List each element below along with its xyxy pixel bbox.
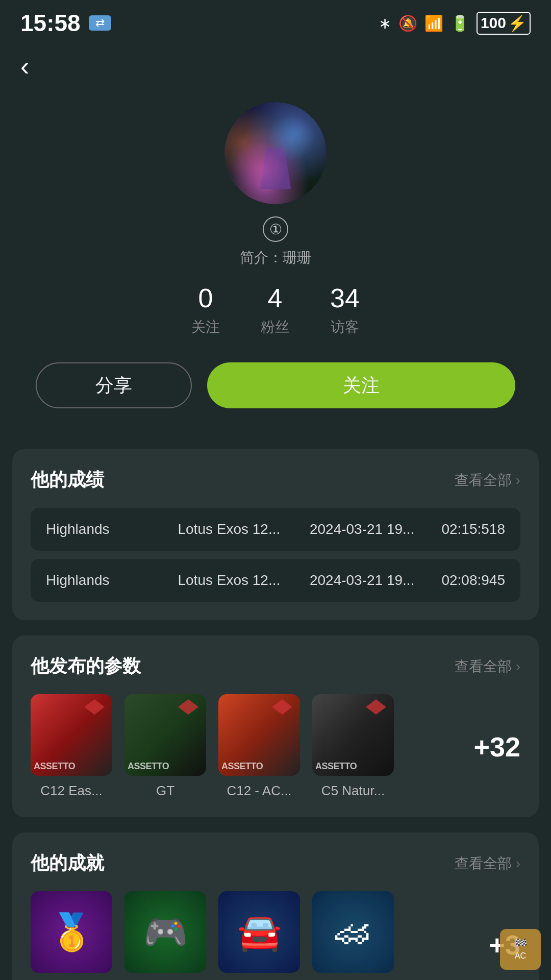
status-time: 15:58 <box>20 9 81 37</box>
list-item[interactable]: C5 Natur... <box>312 694 394 799</box>
badge-4: 🏎 <box>312 891 394 973</box>
badge-1: 🥇 <box>31 891 112 973</box>
params-view-all[interactable]: 查看全部 › <box>455 657 520 676</box>
achievements-view-all[interactable]: 查看全部 › <box>455 854 520 873</box>
back-button[interactable]: ‹ <box>0 41 49 92</box>
usb-icon: ⇄ <box>89 15 111 31</box>
param-thumb-1 <box>31 694 112 776</box>
performance-title: 他的成绩 <box>31 468 104 493</box>
params-header: 他发布的参数 查看全部 › <box>31 654 520 679</box>
table-row[interactable]: Highlands Lotus Exos 12... 2024-03-21 19… <box>31 559 520 602</box>
following-label: 关注 <box>191 317 220 337</box>
followers-stat[interactable]: 4 粉丝 <box>261 283 289 337</box>
followers-count: 4 <box>268 283 283 313</box>
time-2: 02:08:945 <box>441 572 505 589</box>
badge-2: 🎮 <box>124 891 206 973</box>
bio-text: 简介：珊珊 <box>240 248 311 267</box>
following-count: 0 <box>198 283 213 313</box>
performance-header: 他的成绩 查看全部 › <box>31 468 520 493</box>
param-thumb-4 <box>312 694 394 776</box>
time-1: 02:15:518 <box>441 521 505 537</box>
wifi-icon: 📶 <box>424 14 443 32</box>
list-item[interactable]: 🚘 新手上路 <box>218 891 300 980</box>
battery-level-icon: 🔋 <box>450 14 469 32</box>
visitors-label: 访客 <box>331 317 359 337</box>
track-2: Highlands <box>46 572 167 589</box>
params-title: 他发布的参数 <box>31 654 141 679</box>
following-stat[interactable]: 0 关注 <box>191 283 220 337</box>
date-2: 2024-03-21 19... <box>310 572 431 589</box>
param-label-1: C12 Eas... <box>40 783 102 799</box>
car-1: Lotus Exos 12... <box>178 521 299 537</box>
visitors-stat[interactable]: 34 访客 <box>330 283 360 337</box>
param-thumb-2 <box>124 694 206 776</box>
list-item[interactable]: GT <box>124 694 206 799</box>
badge-3: 🚘 <box>218 891 300 973</box>
stats-row: 0 关注 4 粉丝 34 访客 <box>20 283 531 337</box>
list-item[interactable]: 🏎 赛车新人 <box>312 891 394 980</box>
bluetooth-icon: ∗ <box>379 14 391 32</box>
achievements-title: 他的成就 <box>31 851 104 876</box>
param-thumb-3 <box>218 694 300 776</box>
mute-icon: 🔕 <box>398 14 417 32</box>
table-row[interactable]: Highlands Lotus Exos 12... 2024-03-21 19… <box>31 508 520 551</box>
profile-section: ① 简介：珊珊 0 关注 4 粉丝 34 访客 分享 关注 <box>0 92 551 449</box>
params-card: 他发布的参数 查看全部 › C12 Eas... GT C12 - AC... <box>12 635 539 817</box>
follow-button[interactable]: 关注 <box>207 362 515 408</box>
share-button[interactable]: 分享 <box>36 362 192 408</box>
car-2: Lotus Exos 12... <box>178 572 299 589</box>
list-item[interactable]: 🎮 欢迎来到... <box>124 891 206 980</box>
level-badge: ① <box>263 216 288 242</box>
track-1: Highlands <box>46 521 167 537</box>
achievements-card: 他的成就 查看全部 › 🥇 初来乍"... 🎮 欢迎来到... 🚘 新手上路 <box>12 832 539 980</box>
param-label-4: C5 Natur... <box>321 783 385 799</box>
list-item[interactable]: C12 - AC... <box>218 694 300 799</box>
chevron-right-icon: › <box>516 472 520 488</box>
visitors-count: 34 <box>330 283 360 313</box>
watermark: 🏁 AC <box>500 929 541 970</box>
followers-label: 粉丝 <box>261 317 289 337</box>
list-item[interactable]: 🥇 初来乍"... <box>31 891 112 980</box>
status-icons: ∗ 🔕 📶 🔋 100⚡ <box>379 12 531 35</box>
back-icon: ‹ <box>20 52 29 81</box>
performance-view-all[interactable]: 查看全部 › <box>455 471 520 490</box>
chevron-right-icon-2: › <box>516 658 520 675</box>
param-label-3: C12 - AC... <box>227 783 291 799</box>
achievements-grid: 🥇 初来乍"... 🎮 欢迎来到... 🚘 新手上路 🏎 赛车新人 +3 <box>31 891 520 980</box>
date-1: 2024-03-21 19... <box>310 521 431 537</box>
param-label-2: GT <box>156 783 174 799</box>
params-grid: C12 Eas... GT C12 - AC... C5 Natur... +3… <box>31 694 520 799</box>
chevron-right-icon-3: › <box>516 855 520 872</box>
status-bar: 15:58 ⇄ ∗ 🔕 📶 🔋 100⚡ <box>0 0 551 41</box>
achievements-header: 他的成就 查看全部 › <box>31 851 520 876</box>
params-more-count: +32 <box>473 731 520 763</box>
list-item[interactable]: C12 Eas... <box>31 694 112 799</box>
avatar <box>224 102 327 204</box>
performance-card: 他的成绩 查看全部 › Highlands Lotus Exos 12... 2… <box>12 449 539 620</box>
action-buttons: 分享 关注 <box>20 362 531 408</box>
battery-percentage: 100⚡ <box>477 12 531 35</box>
